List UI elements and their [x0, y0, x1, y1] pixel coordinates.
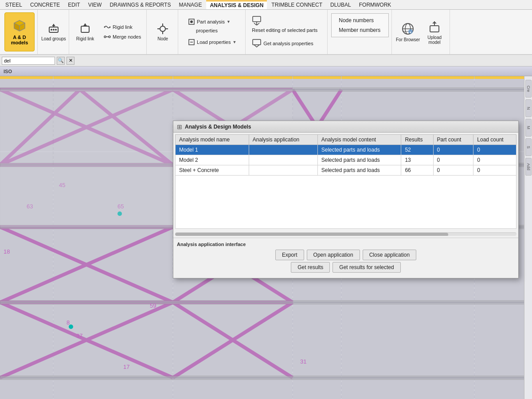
part-analysis-properties-button[interactable]: Part analysis ▼	[185, 17, 239, 26]
svg-text:▲: ▲	[409, 31, 412, 33]
ribbon-group-reset: Reset editing of selected parts Get anal…	[246, 10, 328, 54]
node-button[interactable]: Node	[150, 14, 175, 50]
table-row-model1[interactable]: Model 1 Selected parts and loads 52 0 0	[176, 145, 516, 155]
cell-model1-partcount: 0	[433, 145, 473, 155]
rigid-link-button[interactable]: Rigid link	[101, 23, 144, 31]
cell-sc-content: Selected parts and loads	[317, 165, 401, 176]
cell-model2-content: Selected parts and loads	[317, 155, 401, 165]
cell-sc-name: Steel + Concrete	[176, 165, 249, 176]
load-properties-button[interactable]: Load properties ▼	[185, 38, 239, 47]
menu-formwork[interactable]: FORMWORK	[356, 1, 395, 9]
merge-nodes-icon	[104, 33, 111, 40]
part-analysis-dropdown-arrow: ▼	[227, 20, 231, 24]
svg-point-13	[104, 27, 106, 28]
cell-sc-loadcount: 0	[473, 165, 516, 176]
ad-models-button[interactable]: A & D models	[4, 12, 35, 51]
svg-rect-10	[81, 26, 89, 32]
svg-point-24	[190, 20, 193, 23]
svg-point-14	[110, 27, 111, 28]
part-analysis-label2-button[interactable]: properties	[185, 27, 239, 34]
col-app: Analysis application	[249, 135, 317, 145]
menu-drawings[interactable]: DRAWINGS & REPORTS	[106, 1, 174, 9]
rigid-merge-col: Rigid link Merge nodes	[101, 23, 144, 41]
svg-rect-36	[430, 26, 439, 32]
load-groups-icon	[47, 23, 60, 35]
svg-point-7	[51, 29, 52, 31]
merge-nodes-button[interactable]: Merge nodes	[101, 32, 144, 41]
ribbon-group-browser: ▲ For Browser Upload model	[393, 10, 450, 54]
ribbon-group-node: Node	[148, 10, 178, 54]
table-row-model2[interactable]: Model 2 Selected parts and loads 13 0 0	[176, 155, 516, 165]
table-row-steel-concrete[interactable]: Steel + Concrete Selected parts and load…	[176, 165, 516, 176]
cell-sc-partcount: 0	[433, 165, 473, 176]
cell-model1-results: 52	[401, 145, 433, 155]
cell-model2-loadcount: 0	[473, 155, 516, 165]
node-numbers-item[interactable]: Node numbers	[332, 16, 388, 25]
export-button[interactable]: Export	[275, 250, 304, 260]
get-results-selected-button[interactable]: Get results for selected	[332, 262, 400, 273]
menu-concrete[interactable]: CONCRETE	[27, 1, 63, 9]
upload-icon	[427, 20, 442, 34]
menu-analysis-design[interactable]: ANALYSIS & DESIGN	[206, 0, 267, 9]
menu-steel[interactable]: STEEL	[2, 1, 26, 9]
svg-marker-6	[52, 24, 55, 26]
part-analysis-icon	[188, 18, 195, 25]
ribbon-group-ad-models: A & D models	[2, 10, 38, 54]
menu-bar: STEEL CONCRETE EDIT VIEW DRAWINGS & REPO…	[0, 0, 532, 10]
cell-model1-content: Selected parts and loads	[317, 145, 401, 155]
menu-view[interactable]: VIEW	[85, 1, 106, 9]
menu-trimble[interactable]: TRIMBLE CONNECT	[268, 1, 326, 9]
ribbon-group-numbering: Node numbers Member numbers	[329, 10, 392, 54]
col-load-count: Load count	[473, 135, 516, 145]
modal-overlay: ⊞ Analysis & Design Models Analysis mode…	[0, 76, 532, 399]
main-area: 45 62 16 63 65 18 8 37 59 17 31 24 61 8 …	[0, 76, 532, 399]
get-results-button[interactable]: Get results	[291, 262, 330, 273]
svg-point-9	[55, 29, 57, 31]
interface-label: Analysis application interface	[177, 242, 515, 247]
modal-footer: Analysis application interface Export Op…	[173, 238, 518, 278]
reset-col: Reset editing of selected parts Get anal…	[249, 15, 325, 49]
load-button[interactable]: Rigid link	[73, 14, 98, 50]
get-analysis-properties-button[interactable]: Get analysis properties	[249, 38, 325, 49]
for-browser-button[interactable]: ▲ For Browser	[395, 14, 420, 50]
analysis-design-models-dialog: ⊞ Analysis & Design Models Analysis mode…	[173, 121, 519, 278]
load-groups-button[interactable]: Load groups	[41, 14, 66, 50]
node-icon	[156, 23, 169, 35]
svg-point-15	[104, 36, 106, 38]
part-analysis-col: Part analysis ▼ properties Load properti…	[185, 17, 239, 47]
svg-point-8	[53, 29, 55, 31]
menu-edit[interactable]: EDIT	[64, 1, 83, 9]
close-application-button[interactable]: Close application	[363, 250, 416, 260]
modal-horizontal-scrollbar[interactable]	[175, 232, 516, 236]
scrollbar-thumb	[175, 233, 448, 236]
browser-icon: ▲	[401, 22, 415, 36]
upload-model-button[interactable]: Upload model	[422, 14, 447, 50]
open-application-button[interactable]: Open application	[307, 250, 360, 260]
ribbon-group-load: Rigid link Rigid link Merge nodes	[70, 10, 147, 54]
reset-editing-button[interactable]: Reset editing of selected parts	[249, 15, 325, 34]
clear-search-button[interactable]: ✕	[66, 57, 74, 65]
search-input[interactable]	[2, 57, 55, 65]
cell-model2-results: 13	[401, 155, 433, 165]
rigid-link-icon	[104, 23, 111, 31]
cell-model1-app	[249, 145, 317, 155]
iso-bar: ISO	[0, 66, 532, 76]
cell-model1-loadcount: 0	[473, 145, 516, 155]
reset-icon	[252, 16, 262, 25]
search-button[interactable]: 🔍	[57, 57, 65, 65]
modal-button-row-1: Export Open application Close applicatio…	[177, 250, 515, 260]
menu-dlubal[interactable]: DLUBAL	[327, 1, 355, 9]
table-empty-area	[175, 176, 516, 229]
svg-rect-27	[253, 16, 261, 22]
modal-titlebar: ⊞ Analysis & Design Models	[173, 121, 518, 133]
cell-sc-results: 66	[401, 165, 433, 176]
modal-title-icon: ⊞	[177, 123, 182, 130]
menu-manage[interactable]: MANAGE	[175, 1, 205, 9]
ribbon: A & D models Load groups Rigid link	[0, 10, 532, 55]
load-properties-icon	[188, 39, 195, 46]
col-part-count: Part count	[433, 135, 473, 145]
load-icon	[79, 23, 91, 35]
member-numbers-item[interactable]: Member numbers	[332, 25, 388, 35]
col-model-name: Analysis model name	[176, 135, 249, 145]
cell-model2-name: Model 2	[176, 155, 249, 165]
